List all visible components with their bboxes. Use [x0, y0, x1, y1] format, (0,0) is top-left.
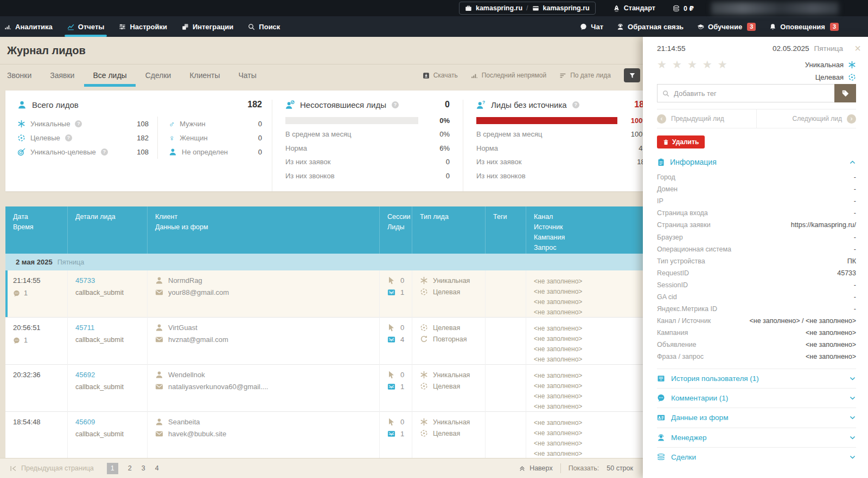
sliders-icon	[119, 23, 126, 30]
tab-calls[interactable]: Звонки	[7, 64, 31, 86]
funnel-icon	[629, 73, 635, 79]
sort-selector[interactable]: По дате лида	[559, 72, 611, 79]
nav-item-search[interactable]: Поиск	[248, 16, 280, 37]
chevron-down-icon	[849, 375, 856, 382]
history-icon	[657, 374, 665, 383]
info-field: Фраза / запрос<не заполнено>	[657, 351, 856, 363]
close-icon[interactable]: ×	[854, 42, 861, 55]
page-number[interactable]: 1	[107, 463, 118, 474]
table-row[interactable]: 20:32:36 45692 callback_submit Wendellno…	[5, 365, 652, 412]
tab-deals[interactable]: Сделки	[145, 64, 171, 86]
info-section-header[interactable]: Информация	[657, 158, 856, 166]
star-icon[interactable]: ★	[657, 58, 667, 71]
star-icon[interactable]: ★	[672, 58, 682, 71]
clipboard-icon	[657, 158, 665, 166]
balance-value: 0 ₽	[684, 4, 694, 12]
panel-sections: История пользователя (1) Комментарии (1)…	[657, 369, 856, 467]
page-number[interactable]: 3	[142, 464, 145, 472]
asterisk-icon	[848, 61, 856, 69]
back-to-top-button[interactable]: Наверх	[519, 464, 553, 472]
attribution-selector[interactable]: Последний непрямой	[471, 72, 547, 79]
help-icon[interactable]: ?	[65, 134, 72, 141]
help-icon[interactable]: ?	[572, 101, 579, 108]
help-icon[interactable]: ?	[392, 101, 399, 108]
page-number[interactable]: 4	[155, 464, 159, 472]
nav-item-integrations[interactable]: Интеграции	[182, 16, 233, 37]
tab-all-leads[interactable]: Все лиды	[93, 64, 126, 86]
target-arrow-icon	[17, 148, 25, 156]
stat-no-source-leads: Лиды без источника ? 182 100% В среднем …	[463, 100, 652, 191]
help-icon[interactable]: ?	[75, 120, 82, 127]
section-form-data[interactable]: Данные из форм	[657, 408, 856, 427]
site-switcher[interactable]: kamaspring.ru / kamaspring.ru	[459, 2, 596, 15]
card-icon	[532, 5, 539, 12]
manager-icon	[657, 434, 665, 442]
table-row[interactable]: 18:54:48 45609 callback_submit Seanbeita…	[5, 412, 652, 459]
lead-detail-panel: × 21:14:55 02.05.2025 Пятница ★★★★★ Уник…	[643, 37, 868, 478]
envelope-icon	[155, 383, 163, 391]
download-icon	[423, 72, 430, 79]
lead-id-link[interactable]: 45692	[75, 371, 95, 379]
envelope-icon	[155, 430, 163, 438]
page-number[interactable]: 2	[128, 464, 132, 472]
delete-lead-button[interactable]: Удалить	[657, 135, 705, 148]
nav-item-education[interactable]: Обучение 3	[697, 16, 756, 37]
section-manager[interactable]: Менеджер	[657, 428, 856, 447]
next-lead-button[interactable]: Следующий лид ›	[756, 109, 856, 128]
asterisk-icon	[420, 418, 428, 426]
tab-requests[interactable]: Заявки	[50, 64, 74, 86]
table-row[interactable]: 20:56:51 1 45711 callback_submit VirtGua…	[5, 318, 652, 365]
stats-card: Всего лидов 182 Уникальные ? 108 Целевые…	[5, 91, 652, 191]
topbar: kamaspring.ru / kamaspring.ru Стандарт 0…	[0, 0, 868, 16]
chart-icon	[67, 23, 74, 30]
analytics-icon	[4, 23, 11, 30]
redacted-account-info	[711, 2, 839, 15]
filter-button[interactable]	[624, 68, 640, 82]
download-button[interactable]: Скачать	[423, 72, 458, 79]
section-comments[interactable]: Комментарии (1)	[657, 388, 856, 408]
section-user-history[interactable]: История пользователя (1)	[657, 369, 856, 388]
search-icon	[248, 23, 255, 30]
nav-item-settings[interactable]: Настройки	[119, 16, 167, 37]
help-icon[interactable]: ?	[101, 148, 108, 156]
asterisk-icon	[420, 371, 428, 379]
section-deals[interactable]: Сделки	[657, 447, 856, 467]
person-icon	[169, 148, 177, 156]
nav-item-analytics[interactable]: Аналитика	[4, 16, 53, 37]
leads-table: ДатаВремя Детали лида КлиентДанные из фо…	[5, 206, 652, 468]
comment-icon	[13, 290, 20, 297]
prev-page-button[interactable]: Предыдущая страница	[10, 464, 94, 472]
circle-prev-icon: ‹	[657, 114, 666, 124]
lead-id-link[interactable]: 45733	[75, 276, 95, 285]
refresh-icon	[420, 335, 428, 343]
nav-item-reports[interactable]: Отчеты	[67, 16, 105, 37]
coins-icon	[673, 5, 680, 12]
add-tag-input[interactable]	[669, 89, 835, 98]
bell-icon	[769, 23, 776, 30]
page-size-selector[interactable]: 50 строк	[607, 464, 633, 472]
info-field: Канал / Источник<не заполнено> / <не зап…	[657, 315, 856, 327]
stat-title: Лиды без источника	[491, 100, 567, 109]
add-tag-button[interactable]	[834, 84, 856, 102]
asterisk-icon	[17, 120, 25, 128]
lead-id-link[interactable]: 45609	[75, 418, 95, 426]
nav-item-notifications[interactable]: Оповещения 3	[769, 16, 839, 37]
prev-lead-button[interactable]: ‹ Предыдущий лид	[657, 114, 756, 124]
lead-date: 02.05.2025	[773, 44, 809, 53]
star-icon[interactable]: ★	[687, 58, 697, 71]
chat-icon	[580, 23, 587, 30]
tab-clients[interactable]: Клиенты	[189, 64, 220, 86]
comment-icon	[657, 394, 665, 402]
balance-button[interactable]: 0 ₽	[673, 4, 694, 12]
star-icon[interactable]: ★	[718, 58, 727, 71]
search-icon	[662, 90, 669, 97]
tab-chats[interactable]: Чаты	[239, 64, 257, 86]
comment-icon	[13, 337, 20, 344]
graduation-cap-icon	[697, 23, 704, 30]
lead-id-link[interactable]: 45711	[75, 324, 94, 332]
table-row[interactable]: 21:14:55 1 45733 callback_submit NormdRa…	[5, 270, 652, 318]
nav-item-chat[interactable]: Чат	[580, 16, 603, 37]
plan-button[interactable]: Стандарт	[613, 4, 655, 12]
nav-item-feedback[interactable]: Обратная связь	[617, 16, 684, 37]
star-icon[interactable]: ★	[703, 58, 712, 71]
